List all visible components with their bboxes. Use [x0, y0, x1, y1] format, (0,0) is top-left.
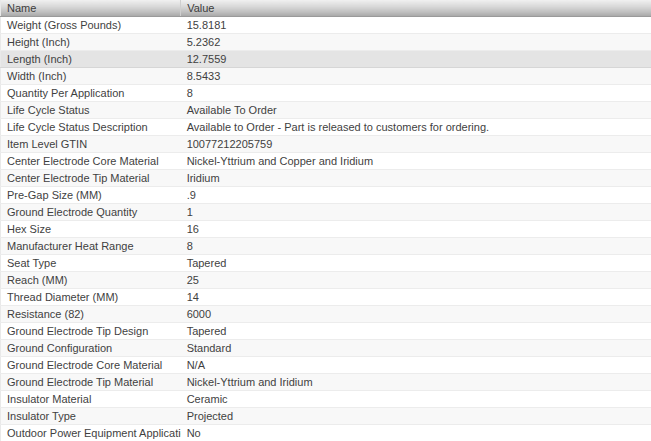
table-row[interactable]: Life Cycle Status DescriptionAvailable t…	[1, 119, 651, 136]
table-row[interactable]: Hex Size16	[1, 221, 651, 238]
attribute-value-cell: 25	[181, 272, 651, 289]
attributes-table: Name Value Weight (Gross Pounds)15.8181H…	[0, 0, 651, 441]
attribute-name-cell: Quantity Per Application	[1, 85, 181, 102]
attribute-value-cell: Nickel-Yttrium and Iridium	[181, 374, 651, 391]
table-row[interactable]: Thread Diameter (MM)14	[1, 289, 651, 306]
table-row[interactable]: Manufacturer Heat Range8	[1, 238, 651, 255]
table-row[interactable]: Item Level GTIN10077212205759	[1, 136, 651, 153]
attribute-name-cell: Ground Electrode Core Material	[1, 357, 181, 374]
attribute-name-cell: Life Cycle Status	[1, 102, 181, 119]
attributes-table-header: Name Value	[1, 0, 651, 17]
attribute-name-cell: Outdoor Power Equipment Application	[1, 425, 181, 441]
table-row-highlighted[interactable]: Length (Inch)12.7559	[1, 51, 651, 68]
attribute-name-cell: Reach (MM)	[1, 272, 181, 289]
attribute-value-cell: Tapered	[181, 255, 651, 272]
table-row[interactable]: Ground Electrode Quantity1	[1, 204, 651, 221]
table-row[interactable]: Reach (MM)25	[1, 272, 651, 289]
attribute-value-cell: 8	[181, 85, 651, 102]
attribute-name-cell: Ground Electrode Tip Material	[1, 374, 181, 391]
attribute-name-cell: Item Level GTIN	[1, 136, 181, 153]
attribute-name-cell: Width (Inch)	[1, 68, 181, 85]
attribute-value-cell: N/A	[181, 357, 651, 374]
attribute-value-cell: .9	[181, 187, 651, 204]
attribute-value-cell: Tapered	[181, 323, 651, 340]
table-row[interactable]: Width (Inch)8.5433	[1, 68, 651, 85]
attribute-value-cell: No	[181, 425, 651, 441]
attribute-value-cell: 8	[181, 238, 651, 255]
table-row[interactable]: Ground Electrode Tip DesignTapered	[1, 323, 651, 340]
table-row[interactable]: Pre-Gap Size (MM).9	[1, 187, 651, 204]
attribute-value-cell: Nickel-Yttrium and Copper and Iridium	[181, 153, 651, 170]
attribute-value-cell: 10077212205759	[181, 136, 651, 153]
attribute-name-cell: Resistance (82)	[1, 306, 181, 323]
attribute-name-cell: Ground Electrode Quantity	[1, 204, 181, 221]
attribute-name-cell: Length (Inch)	[1, 51, 181, 68]
attribute-name-cell: Life Cycle Status Description	[1, 119, 181, 136]
attribute-value-cell: 12.7559	[181, 51, 651, 68]
table-row[interactable]: Outdoor Power Equipment ApplicationNo	[1, 425, 651, 441]
table-row[interactable]: Height (Inch)5.2362	[1, 34, 651, 51]
attribute-name-cell: Manufacturer Heat Range	[1, 238, 181, 255]
column-header-value[interactable]: Value	[181, 0, 651, 17]
attribute-name-cell: Seat Type	[1, 255, 181, 272]
attribute-value-cell: 5.2362	[181, 34, 651, 51]
attribute-value-cell: 1	[181, 204, 651, 221]
table-row[interactable]: Center Electrode Core MaterialNickel-Ytt…	[1, 153, 651, 170]
attribute-value-cell: Iridium	[181, 170, 651, 187]
table-row[interactable]: Ground Electrode Tip MaterialNickel-Yttr…	[1, 374, 651, 391]
table-row[interactable]: Seat TypeTapered	[1, 255, 651, 272]
attribute-value-cell: Standard	[181, 340, 651, 357]
attribute-name-cell: Center Electrode Tip Material	[1, 170, 181, 187]
table-row[interactable]: Center Electrode Tip MaterialIridium	[1, 170, 651, 187]
attribute-name-cell: Weight (Gross Pounds)	[1, 17, 181, 34]
attribute-name-cell: Thread Diameter (MM)	[1, 289, 181, 306]
attribute-value-cell: 16	[181, 221, 651, 238]
table-row[interactable]: Ground Electrode Core MaterialN/A	[1, 357, 651, 374]
table-row[interactable]: Insulator TypeProjected	[1, 408, 651, 425]
attribute-value-cell: 6000	[181, 306, 651, 323]
table-row[interactable]: Quantity Per Application8	[1, 85, 651, 102]
table-row[interactable]: Ground ConfigurationStandard	[1, 340, 651, 357]
table-row[interactable]: Resistance (82)6000	[1, 306, 651, 323]
header-row: Name Value	[1, 0, 651, 17]
table-row[interactable]: Weight (Gross Pounds)15.8181	[1, 17, 651, 34]
attribute-value-cell: 8.5433	[181, 68, 651, 85]
attribute-name-cell: Center Electrode Core Material	[1, 153, 181, 170]
column-header-name[interactable]: Name	[1, 0, 181, 17]
attribute-name-cell: Insulator Type	[1, 408, 181, 425]
table-row[interactable]: Life Cycle StatusAvailable To Order	[1, 102, 651, 119]
attribute-name-cell: Insulator Material	[1, 391, 181, 408]
attribute-value-cell: Ceramic	[181, 391, 651, 408]
attribute-name-cell: Height (Inch)	[1, 34, 181, 51]
attributes-table-body: Weight (Gross Pounds)15.8181Height (Inch…	[1, 17, 651, 441]
attribute-value-cell: Available to Order - Part is released to…	[181, 119, 651, 136]
attribute-value-cell: 15.8181	[181, 17, 651, 34]
attribute-value-cell: Available To Order	[181, 102, 651, 119]
attribute-name-cell: Ground Configuration	[1, 340, 181, 357]
attribute-value-cell: Projected	[181, 408, 651, 425]
attribute-value-cell: 14	[181, 289, 651, 306]
attribute-name-cell: Hex Size	[1, 221, 181, 238]
attribute-name-cell: Pre-Gap Size (MM)	[1, 187, 181, 204]
table-row[interactable]: Insulator MaterialCeramic	[1, 391, 651, 408]
attribute-name-cell: Ground Electrode Tip Design	[1, 323, 181, 340]
